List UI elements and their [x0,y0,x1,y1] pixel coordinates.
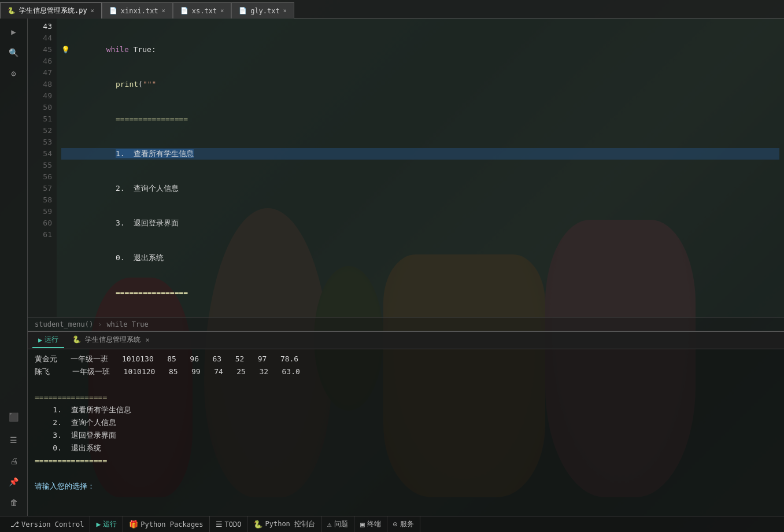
terminal-area: ▶ 运行 🐍 学生信息管理系统 × 黄金元 一年级一班 1010130 85 9… [28,331,784,516]
line-57: 57 [32,183,52,194]
line-46: 46 [32,56,52,67]
code-line-49: 0. 退出系统 [61,252,779,264]
tab-xs-close[interactable]: × [220,8,224,14]
terminal-line-10 [35,467,777,480]
pin-gutter-icon[interactable]: 📌 [5,473,23,490]
line-59: 59 [32,206,52,217]
py-icon: 🐍 [8,7,16,14]
terminal-line-1: 黄金元 一年级一班 1010130 85 96 63 52 97 78.6 [35,353,777,365]
status-bar: ⎇ Version Control ▶ 运行 🎁 Python Packages… [0,516,784,532]
services-status[interactable]: ⊙ 服务 [387,516,420,533]
run-status-icon: ▶ [96,520,101,529]
breadcrumb-scope: while True [106,320,148,328]
python-packages-label: Python Packages [140,520,203,529]
main-area: ▶ 🔍 ⚙ ⬛ ☰ 🖨 📌 🗑 43 44 45 46 47 48 49 [0,19,784,516]
line-numbers: 43 44 45 46 47 48 49 50 51 52 53 54 55 5… [28,19,57,317]
python-packages-status[interactable]: 🎁 Python Packages [123,516,209,533]
services-label: 服务 [400,519,414,529]
txt-icon-1: 📄 [109,7,117,14]
problems-label: 问题 [334,519,348,529]
tab-gly-label: gly.txt [250,7,280,15]
print-gutter-icon[interactable]: 🖨 [5,452,23,470]
terminal-content: 黄金元 一年级一班 1010130 85 96 63 52 97 78.6 陈飞… [28,349,784,516]
line-47: 47 [32,67,52,79]
editor-area: 43 44 45 46 47 48 49 50 51 52 53 54 55 5… [28,19,784,516]
terminal-status[interactable]: ▣ 终端 [354,516,387,533]
code-line-50: ================ [61,287,779,298]
tab-py-file[interactable]: 🐍 学生信息管理系统.py × [0,2,102,19]
line-55: 55 [32,160,52,171]
todo-icon: ☰ [216,520,223,529]
line-58: 58 [32,194,52,206]
txt-icon-2: 📄 [180,7,188,14]
tab-xinxi-label: xinxi.txt [121,7,158,15]
line-61: 61 [32,229,52,241]
run-gutter-icon[interactable]: ▶ [5,23,23,40]
tab-gly-close[interactable]: × [283,8,287,14]
code-line-48: 3. 退回登录界面 [61,217,779,229]
line-54: 54 [32,148,52,160]
python-packages-icon: 🎁 [129,520,138,529]
breadcrumb-bar: student_menu() › while True [28,317,784,331]
version-control-icon: ⎇ [10,520,19,529]
problems-status[interactable]: ⚠ 问题 [321,516,354,533]
line-43: 43 [32,21,52,32]
python-console-icon: 🐍 [253,520,262,529]
terminal-line-3 [35,378,777,391]
line-52: 52 [32,125,52,136]
delete-gutter-icon[interactable]: 🗑 [5,494,23,511]
run-status[interactable]: ▶ 运行 [90,516,123,533]
tab-xinxi-close[interactable]: × [162,8,165,14]
run-file-label: 🐍 学生信息管理系统 [72,335,140,345]
line-51: 51 [32,113,52,125]
tab-gly[interactable]: 📄 gly.txt × [231,2,294,19]
version-control-status[interactable]: ⎇ Version Control [5,516,90,533]
code-line-45: ================ [61,113,779,125]
todo-status[interactable]: ☰ TODO [210,516,248,533]
run-status-label: 运行 [103,519,117,529]
settings-gutter-icon[interactable]: ⚙ [5,65,23,82]
code-line-46: 1. 查看所有学生信息 [61,148,779,160]
run-tab[interactable]: ▶ 运行 [32,333,64,348]
line-45: 45 [32,44,52,56]
breadcrumb-func: student_menu() [35,320,93,328]
bulb-icon: 💡 [61,46,70,54]
code-editor[interactable]: 43 44 45 46 47 48 49 50 51 52 53 54 55 5… [28,19,784,317]
code-content[interactable]: 💡 while True: print(""" ================… [57,19,784,317]
tab-xinxi[interactable]: 📄 xinxi.txt × [102,2,173,19]
tab-xs-label: xs.txt [192,7,217,15]
terminal-line-7: 3. 退回登录界面 [35,429,777,442]
tab-xs[interactable]: 📄 xs.txt × [173,2,231,19]
python-console-label: Python 控制台 [265,519,315,529]
run-file-tab[interactable]: 🐍 学生信息管理系统 × [66,333,155,348]
line-49: 49 [32,90,52,102]
ide-container: 🐍 学生信息管理系统.py × 📄 xinxi.txt × 📄 xs.txt ×… [0,0,784,532]
code-line-44: print(""" [61,79,779,90]
python-console-status[interactable]: 🐍 Python 控制台 [247,516,321,533]
terminal-line-6: 2. 查询个人信息 [35,416,777,429]
tab-bar: 🐍 学生信息管理系统.py × 📄 xinxi.txt × 📄 xs.txt ×… [0,0,784,19]
code-line-43: 💡 while True: [61,44,779,56]
stop-gutter-icon[interactable]: ⬛ [5,408,23,426]
terminal-label: 终端 [367,519,381,529]
line-56: 56 [32,171,52,183]
services-icon: ⊙ [393,520,398,529]
left-sidebar: ▶ 🔍 ⚙ ⬛ ☰ 🖨 📌 🗑 [0,19,28,516]
terminal-line-2: 陈飞 一年级一班 1010120 85 99 74 25 32 63.0 [35,365,777,378]
line-60: 60 [32,217,52,229]
code-line-47: 2. 查询个人信息 [61,183,779,194]
breadcrumb-separator: › [98,320,102,328]
search-gutter-icon[interactable]: 🔍 [5,44,23,61]
txt-icon-3: 📄 [239,7,247,14]
tab-py-close[interactable]: × [91,8,94,14]
problems-icon: ⚠ [327,520,332,529]
todo-label: TODO [225,520,242,529]
terminal-line-9: ================ [35,455,777,467]
tab-py-label: 学生信息管理系统.py [19,6,87,16]
terminal-line-5: 1. 查看所有学生信息 [35,404,777,416]
terminal-tab-bar: ▶ 运行 🐍 学生信息管理系统 × [28,332,784,349]
terminal-line-4: ================ [35,391,777,404]
line-53: 53 [32,136,52,148]
run-file-close[interactable]: × [145,336,149,344]
list-gutter-icon[interactable]: ☰ [5,431,23,449]
